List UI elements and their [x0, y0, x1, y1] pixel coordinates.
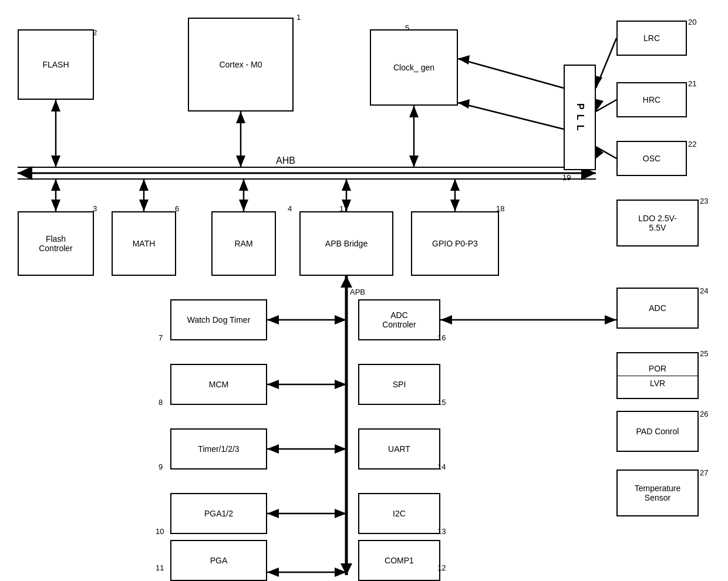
clock-gen-label: Clock_ gen — [393, 63, 434, 72]
svg-marker-40 — [341, 276, 352, 288]
i2c-label: I2C — [393, 509, 406, 518]
num-4: 4 — [288, 204, 292, 213]
cortex-label: Cortex - M0 — [219, 60, 262, 69]
i2c-block: I2C — [358, 493, 440, 534]
hrc-label: HRC — [643, 95, 660, 104]
num-7: 7 — [159, 333, 163, 342]
apb-bridge-label: APB Bridge — [325, 239, 368, 248]
num-22: 22 — [688, 140, 696, 148]
adc-ctrl-block: ADCControler — [358, 299, 440, 340]
svg-marker-59 — [335, 444, 346, 454]
gpio-label: GPIO P0-P3 — [432, 239, 478, 248]
pga-block: PGA — [170, 540, 267, 581]
ram-block: RAM — [211, 211, 276, 276]
svg-line-35 — [596, 100, 616, 112]
clock-gen-block: Clock_ gen — [370, 29, 458, 106]
num-26: 26 — [700, 410, 708, 418]
spi-label: SPI — [393, 380, 406, 389]
apb-bridge-block: APB Bridge — [299, 211, 393, 276]
hrc-block: HRC — [616, 82, 687, 117]
svg-marker-15 — [51, 200, 60, 211]
pga12-label: PGA1/2 — [204, 509, 233, 518]
svg-line-37 — [596, 147, 616, 158]
num-18: 18 — [496, 204, 504, 213]
num-15: 15 — [437, 398, 446, 407]
num-3: 3 — [93, 204, 97, 213]
watchdog-block: Watch Dog Timer — [170, 299, 267, 340]
svg-marker-9 — [236, 112, 245, 123]
svg-marker-7 — [51, 156, 60, 167]
math-label: MATH — [133, 239, 156, 248]
timer-label: Timer/1/2/3 — [198, 444, 239, 454]
pad-ctrl-label: PAD Conrol — [636, 427, 679, 436]
svg-line-31 — [458, 103, 564, 129]
svg-marker-13 — [409, 156, 419, 167]
lrc-block: LRC — [616, 21, 687, 56]
svg-marker-1 — [18, 166, 32, 180]
svg-marker-6 — [51, 100, 60, 112]
svg-marker-32 — [458, 99, 470, 109]
num-24: 24 — [700, 286, 708, 295]
ram-label: RAM — [234, 239, 252, 248]
svg-marker-50 — [440, 315, 452, 325]
pad-ctrl-block: PAD Conrol — [616, 411, 699, 452]
svg-marker-58 — [267, 444, 279, 454]
svg-marker-30 — [458, 55, 470, 65]
svg-marker-27 — [450, 200, 460, 211]
svg-marker-71 — [335, 568, 346, 577]
svg-marker-22 — [239, 179, 248, 191]
math-block: MATH — [112, 211, 176, 276]
svg-marker-25 — [342, 179, 351, 191]
por-label: POR — [618, 362, 697, 376]
pll-label: P L L — [575, 103, 585, 132]
svg-marker-64 — [267, 509, 279, 518]
svg-marker-52 — [267, 380, 279, 389]
svg-line-29 — [458, 59, 564, 88]
num-23: 23 — [700, 197, 708, 205]
uart-label: UART — [388, 444, 410, 454]
adc-block: ADC — [616, 288, 699, 329]
gpio-block: GPIO P0-P3 — [411, 211, 499, 276]
ldo-block: LDO 2.5V-5.5V — [616, 200, 699, 246]
comp1-block: COMP1 — [358, 540, 440, 581]
num-21: 21 — [688, 79, 696, 88]
svg-marker-43 — [267, 315, 279, 325]
ldo-label: LDO 2.5V-5.5V — [638, 214, 676, 232]
flash-label: FLASH — [42, 60, 69, 69]
lvr-label: LVR — [618, 376, 697, 390]
ahb-label: AHB — [276, 156, 295, 166]
temp-sensor-block: TemperatureSensor — [616, 469, 699, 516]
svg-marker-70 — [267, 568, 279, 577]
pll-block: P L L — [564, 65, 596, 170]
flash-ctrl-block: FlashControler — [18, 211, 94, 276]
block-diagram: FLASH Cortex - M0 Clock_ gen LRC HRC OSC… — [0, 0, 728, 581]
temp-sensor-label: TemperatureSensor — [635, 484, 681, 502]
svg-marker-19 — [139, 179, 149, 191]
osc-label: OSC — [643, 154, 660, 163]
num-12: 12 — [437, 563, 446, 572]
svg-marker-18 — [139, 200, 149, 211]
num-14: 14 — [437, 462, 446, 471]
apb-label: APB — [350, 288, 365, 296]
flash-block: FLASH — [18, 29, 94, 100]
num-25: 25 — [700, 349, 708, 358]
svg-marker-10 — [236, 156, 245, 167]
svg-marker-65 — [335, 509, 346, 518]
svg-marker-49 — [605, 315, 616, 325]
timer-block: Timer/1/2/3 — [170, 428, 267, 469]
num-27: 27 — [700, 468, 708, 477]
uart-block: UART — [358, 428, 440, 469]
num-9: 9 — [159, 462, 163, 471]
num-13: 13 — [437, 527, 446, 536]
num-17: 17 — [339, 204, 348, 213]
num-8: 8 — [159, 398, 163, 407]
num-19: 19 — [562, 173, 571, 182]
osc-block: OSC — [616, 141, 687, 176]
num-16: 16 — [437, 333, 446, 342]
num-20: 20 — [688, 18, 696, 26]
num-1: 1 — [296, 13, 301, 22]
pga-label: PGA — [210, 556, 228, 565]
por-lvr-block: POR LVR — [616, 352, 699, 399]
mcm-label: MCM — [209, 380, 228, 389]
pga12-block: PGA1/2 — [170, 493, 267, 534]
